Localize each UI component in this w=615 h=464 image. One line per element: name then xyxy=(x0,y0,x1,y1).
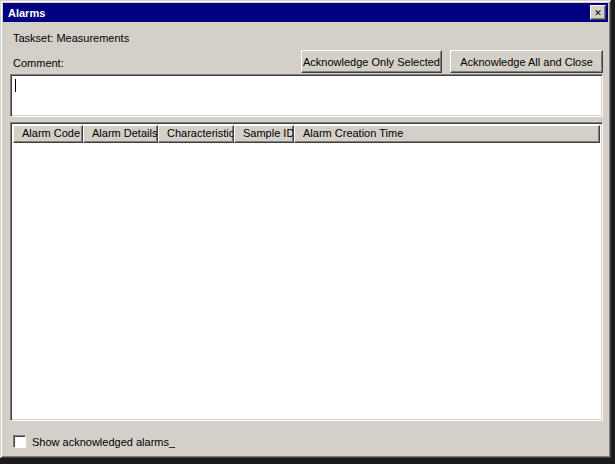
table-body[interactable] xyxy=(13,143,600,418)
acknowledge-all-and-close-button[interactable]: Acknowledge All and Close xyxy=(450,50,603,73)
window-title: Alarms xyxy=(3,7,45,19)
comment-input[interactable] xyxy=(10,74,603,117)
close-button[interactable]: ✕ xyxy=(590,5,606,20)
acknowledge-only-selected-button[interactable]: Acknowledge Only Selected xyxy=(301,50,442,73)
show-acknowledged-row: Show acknowledged alarms_ xyxy=(13,435,175,448)
alarms-table: Alarm CodeAlarm DetailsCharacteristicSam… xyxy=(10,122,603,421)
column-header-sample-id[interactable]: Sample ID xyxy=(234,125,294,143)
comment-label: Comment: xyxy=(13,57,64,69)
column-header-characteristic[interactable]: Characteristic xyxy=(158,125,234,143)
close-icon: ✕ xyxy=(594,8,602,18)
taskset-label: Taskset: Measurements xyxy=(13,32,129,44)
text-caret xyxy=(15,79,16,92)
column-header-alarm-code[interactable]: Alarm Code xyxy=(13,125,83,143)
table-header: Alarm CodeAlarm DetailsCharacteristicSam… xyxy=(13,125,600,143)
show-acknowledged-label: Show acknowledged alarms_ xyxy=(32,436,175,448)
show-acknowledged-checkbox[interactable] xyxy=(13,435,26,448)
alarms-dialog: Alarms ✕ Taskset: Measurements Comment: … xyxy=(0,0,611,458)
titlebar[interactable]: Alarms ✕ xyxy=(3,3,608,22)
column-header-alarm-creation-time[interactable]: Alarm Creation Time xyxy=(294,125,600,143)
column-header-alarm-details[interactable]: Alarm Details xyxy=(83,125,158,143)
